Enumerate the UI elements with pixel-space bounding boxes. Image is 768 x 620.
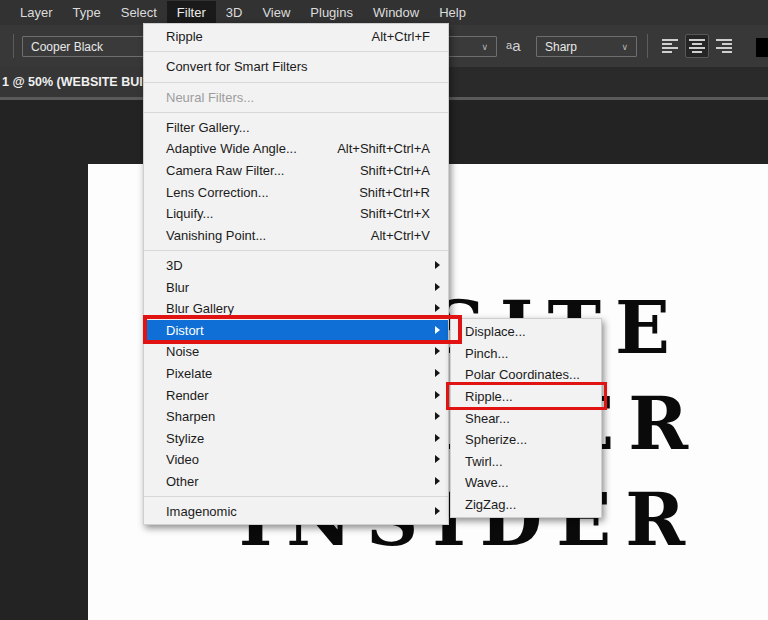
anti-alias-select[interactable]: Sharp ∨ (536, 36, 637, 57)
filter-menu-item-sharpen[interactable]: Sharpen (144, 406, 448, 428)
align-center-button[interactable] (685, 34, 709, 58)
submenu-arrow-icon (435, 455, 440, 463)
filter-menu-item-camera-raw-filter[interactable]: Camera Raw Filter...Shift+Ctrl+A (144, 160, 448, 182)
filter-menu-item-pixelate[interactable]: Pixelate (144, 363, 448, 385)
menubar-item-select[interactable]: Select (111, 1, 167, 24)
submenu-item-twirl[interactable]: Twirl... (451, 451, 601, 473)
submenu-item-ripple[interactable]: Ripple... (451, 386, 601, 408)
menubar-item-help[interactable]: Help (429, 1, 476, 24)
menu-separator (144, 250, 448, 251)
menu-item-label: Pixelate (166, 366, 212, 381)
filter-menu-item-liquify[interactable]: Liquify...Shift+Ctrl+X (144, 203, 448, 225)
menu-item-label: Other (166, 474, 199, 489)
filter-menu-item-blur-gallery[interactable]: Blur Gallery (144, 298, 448, 320)
photoshop-window: WEBSITEBUILDERINSIDER LayerTypeSelectFil… (0, 0, 768, 620)
submenu-item-spherize[interactable]: Spherize... (451, 429, 601, 451)
submenu-arrow-icon (435, 507, 440, 515)
align-right-icon (715, 38, 733, 54)
menu-bar: LayerTypeSelectFilter3DViewPluginsWindow… (0, 0, 768, 25)
font-family-value: Cooper Black (31, 40, 103, 54)
filter-menu-item-other[interactable]: Other (144, 471, 448, 493)
menu-item-label: Convert for Smart Filters (166, 59, 308, 74)
menu-item-shortcut: Shift+Ctrl+A (360, 163, 448, 178)
menu-item-label: Adaptive Wide Angle... (166, 141, 297, 156)
submenu-item-shear[interactable]: Shear... (451, 407, 601, 429)
filter-menu-item-adaptive-wide-angle[interactable]: Adaptive Wide Angle...Alt+Shift+Ctrl+A (144, 138, 448, 160)
menu-item-label: Render (166, 388, 209, 403)
menubar-item-view[interactable]: View (252, 1, 300, 24)
filter-menu-item-convert-for-smart-filters[interactable]: Convert for Smart Filters (144, 56, 448, 78)
submenu-arrow-icon (435, 283, 440, 291)
filter-menu-item-ripple[interactable]: RippleAlt+Ctrl+F (144, 26, 448, 48)
filter-menu: RippleAlt+Ctrl+FConvert for Smart Filter… (143, 23, 449, 525)
menu-item-label: Liquify... (166, 206, 213, 221)
filter-menu-item-stylize[interactable]: Stylize (144, 427, 448, 449)
menu-item-shortcut: Alt+Ctrl+V (371, 228, 448, 243)
filter-menu-item-vanishing-point[interactable]: Vanishing Point...Alt+Ctrl+V (144, 225, 448, 247)
submenu-arrow-icon (435, 261, 440, 269)
menu-item-label: Neural Filters... (166, 90, 254, 105)
align-center-icon (688, 38, 706, 54)
menu-item-label: Filter Gallery... (166, 120, 250, 135)
menu-item-shortcut: Shift+Ctrl+R (359, 185, 448, 200)
chevron-down-icon: ∨ (615, 42, 628, 52)
filter-menu-item-distort[interactable]: Distort (144, 320, 448, 342)
menu-item-label: Ripple (166, 29, 203, 44)
menu-separator (144, 51, 448, 52)
anti-alias-icon: aa (506, 37, 520, 54)
menu-item-shortcut: Shift+Ctrl+X (360, 206, 448, 221)
menu-item-label: Camera Raw Filter... (166, 163, 284, 178)
document-tab-title: 1 @ 50% (WEBSITE BUIL (2, 75, 150, 89)
submenu-arrow-icon (435, 304, 440, 312)
menu-item-label: Lens Correction... (166, 185, 269, 200)
menu-item-label: ZigZag... (465, 497, 516, 512)
menu-item-label: 3D (166, 258, 183, 273)
submenu-arrow-icon (435, 412, 440, 420)
submenu-arrow-icon (435, 434, 440, 442)
submenu-item-displace[interactable]: Displace... (451, 321, 601, 343)
menubar-item-window[interactable]: Window (363, 1, 429, 24)
text-color-swatch[interactable] (756, 38, 768, 57)
filter-menu-item-blur[interactable]: Blur (144, 276, 448, 298)
menu-item-label: Imagenomic (166, 504, 237, 519)
align-left-button[interactable] (658, 34, 682, 58)
filter-menu-item-video[interactable]: Video (144, 449, 448, 471)
menu-item-label: Blur Gallery (166, 301, 234, 316)
menu-item-label: Pinch... (465, 346, 508, 361)
menu-item-label: Distort (166, 323, 204, 338)
menubar-item-filter[interactable]: Filter (167, 1, 216, 24)
filter-menu-item-imagenomic[interactable]: Imagenomic (144, 501, 448, 523)
menubar-item-type[interactable]: Type (63, 1, 111, 24)
menubar-item-layer[interactable]: Layer (10, 1, 63, 24)
submenu-item-polar-coordinates[interactable]: Polar Coordinates... (451, 364, 601, 386)
filter-menu-item-filter-gallery[interactable]: Filter Gallery... (144, 117, 448, 139)
menu-separator (144, 112, 448, 113)
menu-item-label: Blur (166, 280, 189, 295)
align-right-button[interactable] (712, 34, 736, 58)
menu-item-label: Sharpen (166, 409, 215, 424)
submenu-item-pinch[interactable]: Pinch... (451, 343, 601, 365)
menu-item-label: Polar Coordinates... (465, 367, 580, 382)
chevron-down-icon: ∨ (475, 42, 488, 52)
menu-item-label: Displace... (465, 324, 526, 339)
menu-item-label: Stylize (166, 431, 204, 446)
align-left-icon (661, 38, 679, 54)
menu-item-label: Video (166, 452, 199, 467)
menu-item-label: Spherize... (465, 432, 527, 447)
filter-menu-item-render[interactable]: Render (144, 384, 448, 406)
filter-menu-item-noise[interactable]: Noise (144, 341, 448, 363)
anti-alias-value: Sharp (545, 40, 577, 54)
submenu-item-wave[interactable]: Wave... (451, 472, 601, 494)
menu-item-label: Wave... (465, 475, 509, 490)
menu-item-label: Vanishing Point... (166, 228, 266, 243)
filter-menu-item-neural-filters[interactable]: Neural Filters... (144, 86, 448, 108)
filter-menu-item-lens-correction[interactable]: Lens Correction...Shift+Ctrl+R (144, 181, 448, 203)
menu-separator (144, 496, 448, 497)
submenu-item-zigzag[interactable]: ZigZag... (451, 494, 601, 516)
menubar-item-3d[interactable]: 3D (216, 1, 253, 24)
submenu-arrow-icon (435, 391, 440, 399)
menu-separator (144, 82, 448, 83)
menubar-item-plugins[interactable]: Plugins (300, 1, 363, 24)
filter-menu-item-3d[interactable]: 3D (144, 255, 448, 277)
submenu-arrow-icon (435, 347, 440, 355)
